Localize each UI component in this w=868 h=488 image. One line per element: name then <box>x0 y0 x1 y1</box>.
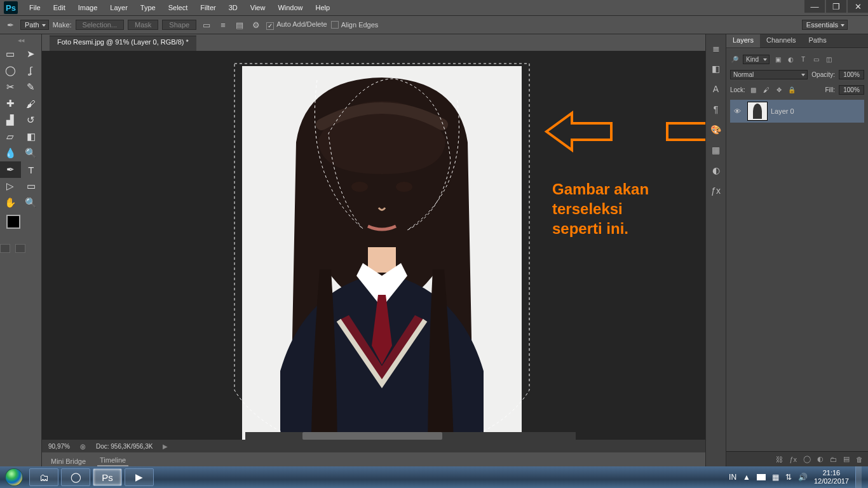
rectangle-tool[interactable]: ▭ <box>21 178 42 194</box>
blur-tool[interactable]: 💧 <box>0 145 21 161</box>
tray-app-icon[interactable]: ▦ <box>772 473 779 482</box>
history-brush-tool[interactable]: ↺ <box>21 112 42 128</box>
properties-panel-icon[interactable]: ◧ <box>706 60 726 78</box>
zoom-tool[interactable]: 🔍 <box>21 194 42 211</box>
document-tab[interactable]: Foto Resmi.jpg @ 91% (Layer 0, RGB/8) * <box>50 36 196 51</box>
filter-type-icon[interactable]: T <box>799 55 808 64</box>
tab-timeline[interactable]: Timeline <box>97 454 128 466</box>
lasso-tool[interactable]: ʆ <box>21 62 42 79</box>
status-triangle-icon[interactable]: ▶ <box>163 443 168 450</box>
crop-tool[interactable]: ✂ <box>0 79 21 95</box>
menu-file[interactable]: File <box>24 3 46 13</box>
menu-layer[interactable]: Layer <box>105 3 133 13</box>
auto-add-delete-option[interactable]: ✓Auto Add/Delete <box>266 20 327 30</box>
path-arrange-icon[interactable]: ▤ <box>233 18 246 31</box>
volume-icon[interactable]: 🔊 <box>798 473 808 482</box>
action-center-flag-icon[interactable] <box>757 474 766 480</box>
arrow-tool[interactable]: ➤ <box>21 46 42 62</box>
menu-image[interactable]: Image <box>73 3 103 13</box>
group-icon[interactable]: 🗀 <box>830 456 837 463</box>
foreground-color-icon[interactable] <box>6 215 20 229</box>
tab-channels[interactable]: Channels <box>760 34 802 48</box>
filter-smart-icon[interactable]: ◫ <box>824 55 833 64</box>
tab-paths[interactable]: Paths <box>803 34 833 48</box>
stamp-tool[interactable]: ▟ <box>0 112 21 128</box>
pen-mode-select[interactable]: Path <box>20 20 49 30</box>
tab-mini-bridge[interactable]: Mini Bridge <box>48 456 88 466</box>
lock-transparent-icon[interactable]: ▩ <box>749 85 758 94</box>
dodge-tool[interactable]: 🔍 <box>21 145 42 161</box>
filter-pixel-icon[interactable]: ▣ <box>773 55 782 64</box>
gradient-tool[interactable]: ◧ <box>21 128 42 145</box>
taskbar-photoshop[interactable]: Ps <box>93 468 122 486</box>
type-tool[interactable]: T <box>21 161 42 178</box>
new-layer-icon[interactable]: ▤ <box>843 455 850 463</box>
workspace-switcher[interactable]: Essentials <box>802 20 848 30</box>
menu-select[interactable]: Select <box>163 3 193 13</box>
menu-window[interactable]: Window <box>273 3 308 13</box>
zoom-level[interactable]: 90,97% <box>48 443 70 450</box>
opacity-input[interactable]: 100% <box>839 70 864 79</box>
canvas[interactable]: Gambar akan terseleksi seperti ini. <box>42 51 705 440</box>
history-panel-icon[interactable]: ≣ <box>706 39 726 57</box>
link-layers-icon[interactable]: ⛓ <box>776 456 783 463</box>
layer-fx-icon[interactable]: ƒx <box>789 456 797 463</box>
swatches-panel-icon[interactable]: 🎨 <box>706 121 726 139</box>
healing-tool[interactable]: ✚ <box>0 95 21 112</box>
horizontal-scrollbar[interactable] <box>245 432 576 440</box>
make-mask-button[interactable]: Mask <box>128 20 158 30</box>
adjustments-panel-icon[interactable]: ◐ <box>706 161 726 179</box>
marquee-tool[interactable]: ◯ <box>0 62 21 79</box>
menu-type[interactable]: Type <box>135 3 161 13</box>
align-edges-option[interactable]: Align Edges <box>331 21 379 29</box>
input-language[interactable]: IN <box>729 473 736 482</box>
adjustment-layer-icon[interactable]: ◐ <box>817 455 824 463</box>
system-clock[interactable]: 21:16 12/02/2017 <box>814 469 849 485</box>
taskbar-chrome[interactable]: ◯ <box>61 468 90 486</box>
blend-mode-select[interactable]: Normal <box>730 70 808 79</box>
quick-mask-icon[interactable] <box>0 244 10 253</box>
toolbox-collapse-icon[interactable]: ◀◀ <box>18 38 24 43</box>
window-maximize[interactable]: ❐ <box>826 0 846 13</box>
show-desktop-button[interactable] <box>855 466 862 488</box>
network-icon[interactable]: ⇅ <box>785 473 792 482</box>
menu-3d[interactable]: 3D <box>224 3 243 13</box>
path-align-icon[interactable]: ≡ <box>217 18 229 31</box>
window-close[interactable]: ✕ <box>848 0 868 13</box>
character-panel-icon[interactable]: A <box>706 80 726 98</box>
layer-name[interactable]: Layer 0 <box>771 107 794 115</box>
tab-layers[interactable]: Layers <box>726 34 760 48</box>
color-panel-icon[interactable]: ▦ <box>706 141 726 159</box>
pen-tool[interactable]: ✒ <box>0 161 21 178</box>
hand-tool[interactable]: ✋ <box>0 194 21 211</box>
menu-view[interactable]: View <box>245 3 271 13</box>
tray-chevron-up-icon[interactable]: ▲ <box>743 473 750 482</box>
make-selection-button[interactable]: Selection... <box>76 20 124 30</box>
window-minimize[interactable]: — <box>804 0 825 13</box>
layer-filter-select[interactable]: Kind <box>743 55 770 64</box>
brush-tool[interactable]: 🖌 <box>21 95 42 112</box>
taskbar-explorer[interactable]: 🗂 <box>29 468 58 486</box>
color-swatches[interactable] <box>0 211 41 239</box>
layer-thumbnail-icon[interactable] <box>748 102 767 120</box>
make-shape-button[interactable]: Shape <box>162 20 196 30</box>
screen-mode-icon[interactable] <box>15 244 25 253</box>
fill-input[interactable]: 100% <box>839 85 864 95</box>
start-button[interactable] <box>0 466 28 488</box>
filter-shape-icon[interactable]: ▭ <box>811 55 820 64</box>
path-select-tool[interactable]: ▷ <box>0 178 21 194</box>
gear-icon[interactable]: ⚙ <box>250 18 262 31</box>
lock-pixels-icon[interactable]: 🖌 <box>762 85 771 94</box>
lock-all-icon[interactable]: 🔒 <box>787 85 796 94</box>
visibility-eye-icon[interactable]: 👁 <box>730 107 744 115</box>
eyedropper-tool[interactable]: ✎ <box>21 79 42 95</box>
eraser-tool[interactable]: ▱ <box>0 128 21 145</box>
menu-filter[interactable]: Filter <box>195 3 220 13</box>
search-icon[interactable]: 🔎 <box>730 55 739 64</box>
menu-help[interactable]: Help <box>311 3 336 13</box>
move-tool[interactable]: ▭ <box>0 46 21 62</box>
aperture-icon[interactable]: ◎ <box>80 443 86 450</box>
paragraph-panel-icon[interactable]: ¶ <box>706 100 726 118</box>
taskbar-media[interactable]: ▶ <box>125 468 154 486</box>
layer-mask-icon[interactable]: ◯ <box>803 455 811 463</box>
